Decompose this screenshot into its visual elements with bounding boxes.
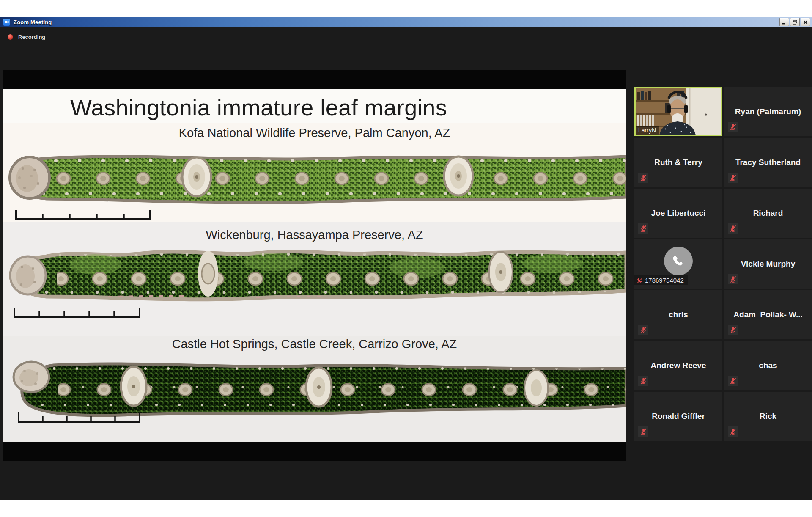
recording-indicator: Recording [8,34,45,40]
participant-tile[interactable]: Ryan (Palmarum) [724,87,812,136]
slide-section-wickenburg: Wickenburg, Hassayampa Preserve, AZ [3,222,626,336]
participant-name: Ryan (Palmarum) [732,107,804,116]
mic-muted-icon [728,274,738,284]
participant-tile[interactable]: Ruth & Terry [634,138,722,187]
recording-dot-icon [8,34,13,40]
mic-muted-icon [728,325,738,335]
participant-name: Rick [757,412,779,421]
mic-muted-icon [638,426,648,437]
participant-tile[interactable]: Richard [724,189,812,238]
minimize-icon [782,20,787,25]
participants-panel: LarryN Ryan (Palmarum) Ruth & Terry Trac… [634,87,812,441]
phone-participant-label: 17869754042 [634,275,688,285]
participant-tile[interactable]: Joe Libertucci [634,189,722,238]
participant-name: 17869754042 [645,277,684,284]
participant-name: LarryN [636,126,659,135]
window-titlebar[interactable]: Zoom Meeting [0,17,812,27]
mic-muted-icon [728,426,738,437]
participant-name: Tracy Sutherland [733,158,803,167]
leaf-cross-section-image-wickenburg [3,242,626,304]
meeting-canvas: Recording Washingtonia immature leaf mar… [0,27,812,500]
participant-name: Joe Libertucci [649,209,708,218]
slide: Washingtonia immature leaf margins Kofa … [3,89,626,442]
section-caption: Castle Hot Springs, Castle Creek, Carriz… [3,337,626,351]
mic-muted-icon [728,376,738,386]
phone-muted-icon [636,277,643,284]
scale-bar [17,411,141,424]
participant-name: Adam Pollak- W... [731,310,805,319]
participant-tile[interactable]: chas [724,341,812,390]
phone-icon [671,253,686,269]
slide-section-castle: Castle Hot Springs, Castle Creek, Carriz… [3,336,626,442]
restore-icon [793,20,797,25]
participant-tile-phone[interactable]: 17869754042 [634,239,722,289]
participant-tile[interactable]: Tracy Sutherland [724,138,812,187]
participant-tile[interactable]: Vickie Murphy [724,239,812,289]
mic-muted-icon [728,122,738,132]
close-button[interactable] [801,18,810,26]
participant-tile-larryn[interactable]: LarryN [634,87,722,136]
slide-section-kofa: Kofa National Wildlife Preserve, Palm Ca… [3,123,626,222]
zoom-meeting-window: Zoom Meeting Recording Washingtonia imma… [0,0,812,517]
participant-name: chas [756,361,779,370]
participant-name: Ronald Giffler [649,412,708,421]
mic-muted-icon [638,173,648,183]
window-title: Zoom Meeting [14,19,52,25]
participant-name: Andrew Reeve [648,361,709,370]
minimize-button[interactable] [779,18,789,26]
participant-name: chris [666,310,690,319]
phone-avatar [664,247,693,275]
section-caption: Wickenburg, Hassayampa Preserve, AZ [3,228,626,242]
participant-tile[interactable]: chris [634,290,722,339]
mic-muted-icon [638,376,648,386]
close-icon [803,20,808,25]
scale-bar [13,306,141,319]
mic-muted-icon [728,173,738,183]
participant-tile[interactable]: Andrew Reeve [634,341,722,390]
participant-tile[interactable]: Ronald Giffler [634,392,722,441]
zoom-app-icon [3,19,10,26]
leaf-cross-section-image-kofa [3,146,626,208]
restore-button[interactable] [790,18,800,26]
participant-tile[interactable]: Adam Pollak- W... [724,290,812,339]
scale-bar [14,208,151,221]
section-caption: Kofa National Wildlife Preserve, Palm Ca… [3,126,626,140]
mic-muted-icon [638,325,648,335]
participant-name: Ruth & Terry [652,158,705,167]
participant-name: Richard [751,209,786,218]
leaf-cross-section-image-castle [3,356,626,417]
recording-label: Recording [18,34,45,40]
slide-title: Washingtonia immature leaf margins [70,94,447,121]
shared-screen: Washingtonia immature leaf margins Kofa … [3,70,626,461]
participant-tile[interactable]: Rick [724,392,812,441]
participant-name: Vickie Murphy [738,259,798,269]
mic-muted-icon [728,223,738,234]
mic-muted-icon [638,223,648,234]
